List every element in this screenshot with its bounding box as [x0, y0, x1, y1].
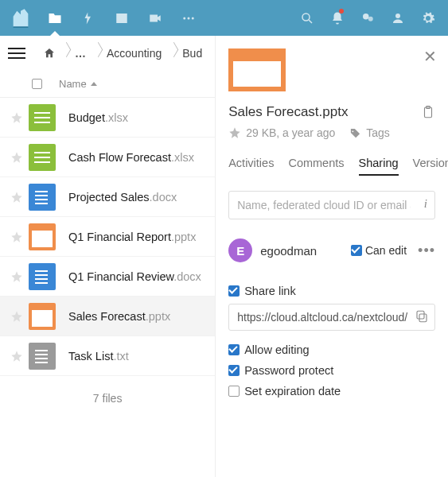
- password-protect-checkbox[interactable]: Password protect: [228, 364, 435, 377]
- topbar: [0, 0, 448, 36]
- file-name: Q1 Financial Review.docx: [68, 270, 201, 283]
- breadcrumb-separator: [60, 42, 68, 64]
- contacts-icon[interactable]: [354, 0, 381, 36]
- favorite-star-icon[interactable]: [5, 310, 29, 323]
- file-name: Sales Forecast.pptx: [68, 310, 170, 323]
- file-name: Cash Flow Forecast.xlsx: [68, 151, 194, 164]
- file-row[interactable]: Q1 Financial Report.pptx: [0, 217, 215, 257]
- column-name-label: Name: [59, 78, 87, 90]
- file-name: Task List.txt: [68, 350, 129, 363]
- panel-tabs: Activities Comments Sharing Versions: [228, 157, 435, 176]
- file-type-icon: [29, 223, 56, 250]
- favorite-star-icon[interactable]: [5, 231, 29, 243]
- password-protect-label: Password protect: [244, 364, 333, 377]
- svg-point-1: [188, 17, 190, 19]
- info-icon[interactable]: i: [424, 197, 427, 211]
- video-app-icon[interactable]: [140, 0, 170, 36]
- checkbox-checked-icon: [228, 365, 240, 376]
- share-link-url[interactable]: [228, 304, 435, 331]
- share-link-label: Share link: [244, 285, 295, 297]
- breadcrumb-home[interactable]: [40, 47, 59, 60]
- allow-editing-label: Allow editing: [244, 343, 309, 356]
- checkbox-unchecked-icon: [228, 386, 240, 397]
- file-type-icon: [29, 303, 56, 330]
- can-edit-checkbox[interactable]: Can edit: [351, 244, 407, 257]
- svg-rect-10: [417, 311, 424, 319]
- files-app-icon[interactable]: [40, 0, 70, 36]
- close-panel-button[interactable]: ✕: [423, 47, 437, 66]
- tags-label[interactable]: Tags: [366, 126, 390, 139]
- settings-icon[interactable]: [415, 0, 442, 36]
- file-row[interactable]: Sales Forecast.pptx: [0, 297, 215, 336]
- file-name: Projected Sales.docx: [68, 191, 177, 204]
- file-type-icon: [29, 144, 56, 171]
- file-name: Budget.xlsx: [68, 111, 128, 124]
- allow-editing-checkbox[interactable]: Allow editing: [228, 343, 435, 356]
- sharee-row: E egoodman Can edit •••: [228, 238, 435, 262]
- file-count: 7 files: [0, 376, 215, 421]
- file-list-pane: … Accounting Bud Name Budget.xlsxCash Fl…: [0, 36, 216, 477]
- sharee-avatar: E: [228, 238, 252, 262]
- panel-file-title: Sales Forecast.pptx: [228, 104, 348, 120]
- notification-badge: [339, 9, 344, 14]
- tab-activities[interactable]: Activities: [228, 157, 274, 176]
- sort-by-name[interactable]: Name: [59, 78, 98, 90]
- file-thumbnail: [228, 48, 286, 91]
- svg-rect-9: [419, 314, 427, 322]
- can-edit-label: Can edit: [365, 244, 407, 257]
- favorite-star-icon[interactable]: [5, 151, 29, 164]
- file-row[interactable]: Budget.xlsx: [0, 98, 215, 138]
- favorite-star-icon[interactable]: [5, 270, 29, 283]
- favorite-star-icon[interactable]: [5, 111, 29, 124]
- menu-toggle-icon[interactable]: [8, 45, 25, 62]
- file-row[interactable]: Task List.txt: [0, 336, 215, 376]
- breadcrumb-folder[interactable]: Accounting: [102, 47, 166, 60]
- users-icon[interactable]: [384, 0, 411, 36]
- sort-asc-icon: [90, 80, 98, 88]
- sharee-name: egoodman: [260, 244, 343, 258]
- file-type-icon: [29, 184, 56, 211]
- share-link-checkbox[interactable]: Share link: [228, 285, 435, 297]
- svg-point-6: [395, 14, 400, 18]
- file-meta: 29 KB, a year ago: [246, 126, 335, 139]
- clipboard-icon[interactable]: [421, 105, 435, 119]
- tab-comments[interactable]: Comments: [288, 157, 344, 176]
- file-type-icon: [29, 104, 56, 131]
- checkbox-checked-icon: [228, 344, 240, 355]
- tab-sharing[interactable]: Sharing: [359, 157, 399, 176]
- breadcrumb-separator: [168, 42, 176, 64]
- select-all-checkbox[interactable]: [14, 79, 59, 89]
- list-header: Name: [0, 71, 215, 98]
- search-icon[interactable]: [294, 0, 321, 36]
- expiration-date-checkbox[interactable]: Set expiration date: [228, 385, 435, 398]
- file-row[interactable]: Cash Flow Forecast.xlsx: [0, 138, 215, 177]
- copy-link-icon[interactable]: [415, 309, 429, 324]
- breadcrumb-folder[interactable]: Bud: [177, 47, 207, 60]
- file-name: Q1 Financial Report.pptx: [68, 231, 196, 243]
- sharee-more-icon[interactable]: •••: [418, 242, 435, 259]
- file-type-icon: [29, 263, 56, 290]
- tab-versions[interactable]: Versions: [413, 157, 448, 176]
- share-with-input[interactable]: [228, 191, 435, 219]
- details-panel: ✕ Sales Forecast.pptx 29 KB, a year ago …: [216, 36, 448, 477]
- notifications-icon[interactable]: [324, 0, 351, 36]
- checkbox-checked-icon: [228, 285, 240, 297]
- svg-point-4: [363, 14, 369, 20]
- favorite-star-icon[interactable]: [5, 350, 29, 363]
- svg-point-5: [368, 16, 373, 21]
- tags-icon[interactable]: [349, 127, 361, 139]
- breadcrumb-separator: [92, 42, 100, 64]
- breadcrumb-overflow[interactable]: …: [70, 47, 91, 60]
- file-type-icon: [29, 343, 56, 370]
- activity-app-icon[interactable]: [73, 0, 103, 36]
- breadcrumb: … Accounting Bud: [0, 36, 215, 71]
- file-row[interactable]: Q1 Financial Review.docx: [0, 257, 215, 297]
- more-apps-icon[interactable]: [173, 0, 204, 36]
- favorite-star-icon[interactable]: [5, 191, 29, 204]
- file-row[interactable]: Projected Sales.docx: [0, 177, 215, 217]
- gallery-app-icon[interactable]: [107, 0, 137, 36]
- favorite-star-icon[interactable]: [228, 126, 241, 139]
- svg-point-3: [302, 14, 310, 21]
- app-logo[interactable]: [6, 4, 35, 33]
- expiration-label: Set expiration date: [244, 385, 341, 398]
